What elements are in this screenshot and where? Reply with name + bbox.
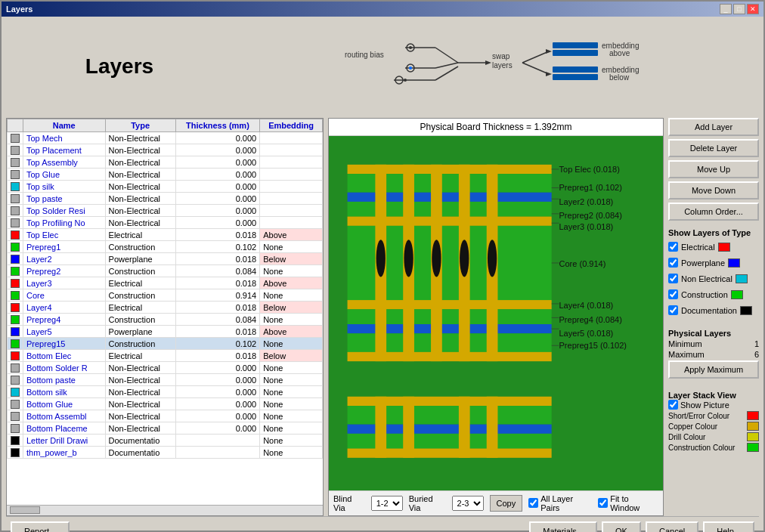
- row-embedding: Above: [260, 277, 323, 289]
- column-order-button[interactable]: Column Order...: [668, 203, 759, 221]
- maximize-button[interactable]: □: [733, 4, 745, 14]
- col-header-name[interactable]: Name: [23, 119, 106, 132]
- svg-text:Layer3 (0.018): Layer3 (0.018): [559, 222, 613, 231]
- col-header-color: [8, 119, 23, 132]
- board-visualization: Top Elec (0.018) Prepreg1 (0.102) Layer2…: [329, 136, 663, 490]
- table-row[interactable]: Top AssemblyNon-Electrical0.000: [8, 156, 323, 169]
- row-color-cell: [8, 277, 23, 289]
- svg-text:routing bias: routing bias: [345, 51, 384, 59]
- table-row[interactable]: thm_power_bDocumentatioNone: [8, 447, 323, 459]
- col-header-type[interactable]: Type: [105, 119, 175, 132]
- table-row[interactable]: Letter Drill DrawiDocumentatioNone: [8, 435, 323, 447]
- table-row[interactable]: Top PlacementNon-Electrical0.000: [8, 144, 323, 156]
- blind-via-select[interactable]: 1-2: [371, 496, 403, 511]
- table-row[interactable]: Prepreg2Construction0.084None: [8, 265, 323, 277]
- all-layer-pairs-checkbox[interactable]: [528, 498, 538, 508]
- row-thickness: 0.018: [175, 302, 260, 314]
- col-header-embedding[interactable]: Embedding: [260, 119, 323, 132]
- maximum-label: Maximum: [668, 350, 705, 359]
- row-color-cell: [8, 410, 23, 422]
- horizontal-scrollbar[interactable]: [7, 505, 323, 515]
- table-row[interactable]: Prepreg15Construction0.102None: [8, 338, 323, 350]
- row-type: Non-Electrical: [105, 362, 175, 374]
- table-row[interactable]: Layer4Electrical0.018Below: [8, 302, 323, 314]
- buried-via-select[interactable]: 2-3: [452, 496, 484, 511]
- table-row[interactable]: Layer3Electrical0.018Above: [8, 277, 323, 289]
- apply-maximum-button[interactable]: Apply Maximum: [668, 360, 759, 379]
- stack-view-label: Layer Stack View: [668, 391, 759, 400]
- show-picture-label[interactable]: Show Picture: [668, 400, 759, 410]
- row-type: Non-Electrical: [105, 386, 175, 398]
- table-row[interactable]: Top GlueNon-Electrical0.000: [8, 169, 323, 181]
- copy-button[interactable]: Copy: [490, 495, 523, 512]
- row-type: Non-Electrical: [105, 374, 175, 386]
- table-row[interactable]: Top pasteNon-Electrical0.000: [8, 193, 323, 205]
- row-type: Non-Electrical: [105, 193, 175, 205]
- row-embedding: [260, 181, 323, 193]
- table-row[interactable]: Prepreg4Construction0.084None: [8, 314, 323, 326]
- minimize-button[interactable]: _: [720, 4, 732, 14]
- documentation-checkbox[interactable]: [668, 305, 678, 315]
- table-row[interactable]: Layer5Powerplane0.018Above: [8, 326, 323, 338]
- table-row[interactable]: Bottom Solder RNon-Electrical0.000None: [8, 362, 323, 374]
- svg-point-47: [404, 240, 413, 277]
- powerplane-checkbox[interactable]: [668, 258, 678, 268]
- all-layer-pairs-label[interactable]: All Layer Pairs: [528, 494, 592, 512]
- svg-line-8: [435, 63, 458, 68]
- row-name: Bottom Placeme: [23, 422, 106, 435]
- table-row[interactable]: Bottom silkNon-Electrical0.000None: [8, 386, 323, 398]
- report-button[interactable]: Report...: [11, 521, 70, 532]
- physical-layers-section: Physical Layers Minimum 1 Maximum 6 Appl…: [668, 324, 759, 379]
- row-thickness: [175, 435, 260, 447]
- table-row[interactable]: Prepreg1Construction0.102None: [8, 241, 323, 253]
- electrical-checkbox[interactable]: [668, 242, 678, 252]
- table-row[interactable]: Top MechNon-Electrical0.000: [8, 132, 323, 144]
- nonelectrical-checkbox[interactable]: [668, 274, 678, 283]
- row-type: Construction: [105, 241, 175, 253]
- move-up-button[interactable]: Move Up: [668, 160, 759, 178]
- documentation-label: Documentation: [681, 306, 737, 315]
- ok-button[interactable]: OK: [602, 521, 641, 532]
- row-type: Electrical: [105, 277, 175, 289]
- row-embedding: None: [260, 289, 323, 302]
- move-down-button[interactable]: Move Down: [668, 181, 759, 200]
- row-thickness: 0.018: [175, 350, 260, 362]
- help-button[interactable]: Help...: [703, 521, 754, 532]
- table-row[interactable]: Bottom pasteNon-Electrical0.000None: [8, 374, 323, 386]
- row-name: Prepreg1: [23, 241, 106, 253]
- delete-layer-button[interactable]: Delete Layer: [668, 139, 759, 157]
- col-header-thickness[interactable]: Thickness (mm): [175, 119, 260, 132]
- close-button[interactable]: ✕: [747, 4, 759, 14]
- table-row[interactable]: Top Solder ResiNon-Electrical0.000: [8, 205, 323, 217]
- table-row[interactable]: Top Profiling NoNon-Electrical0.000: [8, 217, 323, 229]
- fit-to-window-label[interactable]: Fit to Window: [598, 494, 658, 512]
- row-thickness: 0.000: [175, 362, 260, 374]
- table-row[interactable]: Bottom GlueNon-Electrical0.000None: [8, 398, 323, 410]
- table-row[interactable]: Bottom ElecElectrical0.018Below: [8, 350, 323, 362]
- fit-to-window-checkbox[interactable]: [598, 498, 608, 508]
- table-row[interactable]: Layer2Powerplane0.018Below: [8, 253, 323, 265]
- materials-button[interactable]: Materials...: [529, 521, 597, 532]
- svg-point-6: [409, 66, 412, 70]
- table-container[interactable]: Name Type Thickness (mm) Embedding Top M…: [7, 119, 323, 505]
- show-picture-checkbox[interactable]: [668, 400, 678, 410]
- cancel-button[interactable]: Cancel: [646, 521, 698, 532]
- table-row[interactable]: Top ElecElectrical0.018Above: [8, 229, 323, 241]
- row-embedding: None: [260, 386, 323, 398]
- row-name: Bottom Assembl: [23, 410, 106, 422]
- table-row[interactable]: Bottom AssemblNon-Electrical0.000None: [8, 410, 323, 422]
- row-name: Bottom Solder R: [23, 362, 106, 374]
- add-layer-button[interactable]: Add Layer: [668, 118, 759, 136]
- table-row[interactable]: Bottom PlacemeNon-Electrical0.000None: [8, 422, 323, 435]
- svg-text:Layer5 (0.018): Layer5 (0.018): [559, 329, 613, 338]
- svg-marker-19: [546, 49, 552, 54]
- drill-row: Drill Colour: [668, 432, 759, 441]
- table-row[interactable]: Top silkNon-Electrical0.000: [8, 181, 323, 193]
- row-type: Non-Electrical: [105, 144, 175, 156]
- construction-checkbox[interactable]: [668, 289, 678, 299]
- window-controls: _ □ ✕: [720, 4, 759, 14]
- row-embedding: [260, 169, 323, 181]
- table-row[interactable]: CoreConstruction0.914None: [8, 289, 323, 302]
- row-color-cell: [8, 265, 23, 277]
- row-type: Electrical: [105, 229, 175, 241]
